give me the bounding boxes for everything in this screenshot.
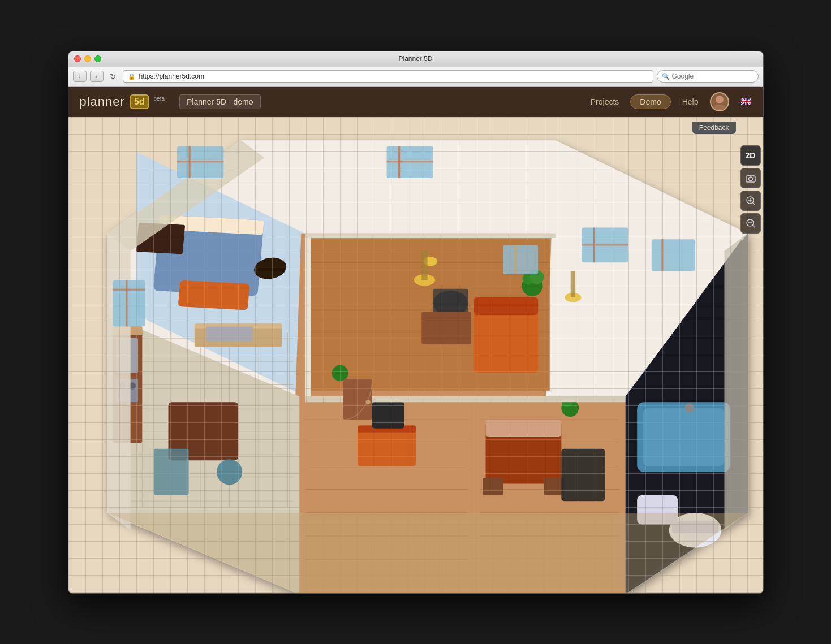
- screenshot-button[interactable]: [740, 168, 761, 188]
- svg-line-11: [752, 225, 755, 227]
- svg-point-3: [748, 177, 752, 181]
- zoom-in-icon: [746, 196, 756, 206]
- right-toolbar: 2D: [740, 145, 761, 234]
- language-flag[interactable]: 🇬🇧: [740, 96, 752, 107]
- reload-button[interactable]: ↻: [107, 71, 119, 82]
- demo-nav-button[interactable]: Demo: [630, 94, 670, 109]
- beta-badge: beta: [154, 96, 165, 102]
- camera-icon: [746, 174, 756, 183]
- project-title: Planner 5D - demo: [187, 97, 253, 106]
- search-bar[interactable]: 🔍: [657, 70, 759, 83]
- minimize-button[interactable]: [84, 55, 91, 62]
- logo-text: planner: [80, 94, 125, 109]
- 2d-label: 2D: [746, 151, 756, 160]
- zoom-out-button[interactable]: [740, 213, 761, 234]
- forward-button[interactable]: ›: [90, 71, 104, 82]
- feedback-button[interactable]: Feedback: [692, 122, 736, 134]
- svg-point-1: [713, 105, 726, 110]
- close-button[interactable]: [74, 55, 81, 62]
- svg-point-5: [753, 176, 754, 178]
- logo-badge: 5d: [130, 94, 149, 109]
- zoom-out-icon: [746, 218, 756, 228]
- header-nav: Projects Demo Help 🇬🇧: [591, 92, 752, 111]
- zoom-in-button[interactable]: [740, 191, 761, 211]
- grid-background: [68, 117, 763, 594]
- address-bar[interactable]: 🔒: [123, 70, 653, 83]
- avatar-image: [711, 93, 728, 110]
- view-2d-button[interactable]: 2D: [740, 145, 761, 166]
- svg-line-7: [752, 202, 755, 205]
- window-title: Planner 5D: [398, 55, 432, 63]
- browser-nav-bar: ‹ › ↻ 🔒 🔍: [68, 67, 763, 87]
- svg-rect-4: [748, 175, 751, 176]
- main-window: Planner 5D ‹ › ↻ 🔒 🔍 planner 5d beta Pla…: [68, 51, 764, 594]
- url-input[interactable]: [139, 72, 648, 80]
- search-input[interactable]: [672, 72, 740, 80]
- canvas-area[interactable]: Feedback 2D: [68, 117, 763, 594]
- maximize-button[interactable]: [94, 55, 101, 62]
- title-bar: Planner 5D: [68, 51, 763, 67]
- traffic-lights: [74, 55, 101, 62]
- projects-nav-item[interactable]: Projects: [591, 97, 619, 106]
- logo-area: planner 5d beta: [80, 94, 165, 109]
- back-button[interactable]: ‹: [73, 71, 87, 82]
- help-nav-item[interactable]: Help: [682, 97, 699, 106]
- svg-point-0: [716, 96, 724, 103]
- search-icon: 🔍: [662, 73, 670, 80]
- user-avatar[interactable]: [710, 92, 729, 111]
- app-header: planner 5d beta Planner 5D - demo Projec…: [68, 87, 763, 117]
- project-title-area[interactable]: Planner 5D - demo: [179, 94, 261, 109]
- lock-icon: 🔒: [128, 73, 136, 80]
